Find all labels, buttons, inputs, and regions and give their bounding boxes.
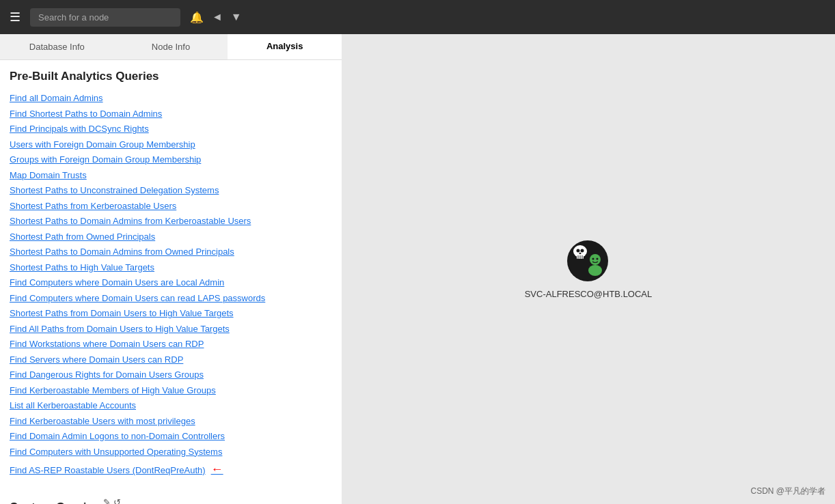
query-link-q6[interactable]: Map Domain Trusts bbox=[10, 169, 332, 182]
sidebar-content[interactable]: Pre-Built Analytics Queries Find all Dom… bbox=[0, 60, 342, 504]
section-title: Pre-Built Analytics Queries bbox=[10, 70, 332, 83]
query-list: Find all Domain AdminsFind Shortest Path… bbox=[10, 92, 332, 479]
svg-point-11 bbox=[592, 258, 594, 260]
svg-point-5 bbox=[579, 253, 581, 254]
svg-point-12 bbox=[597, 258, 599, 260]
query-link-q2[interactable]: Find Shortest Paths to Domain Admins bbox=[10, 107, 332, 121]
node-icon bbox=[566, 239, 610, 283]
top-bar: ☰ 🔔 ◄ ▼ bbox=[0, 0, 835, 34]
query-link-q24[interactable]: Find Computers with Unsupported Operatin… bbox=[10, 445, 332, 459]
watermark: CSDN @平凡的学者 bbox=[750, 486, 825, 497]
query-link-q23[interactable]: Find Domain Admin Logons to non-Domain C… bbox=[10, 430, 332, 443]
query-link-q19[interactable]: Find Dangerous Rights for Domain Users G… bbox=[10, 368, 332, 382]
tab-node[interactable]: Node Info bbox=[114, 34, 228, 59]
query-link-q14[interactable]: Find Computers where Domain Users can re… bbox=[10, 292, 332, 305]
query-link-q20[interactable]: Find Kerberoastable Members of High Valu… bbox=[10, 384, 332, 397]
query-link-q21[interactable]: List all Kerberoastable Accounts bbox=[10, 399, 332, 412]
main-layout: Database Info Node Info Analysis Pre-Bui… bbox=[0, 34, 835, 504]
filter-icon[interactable]: ▼ bbox=[231, 11, 242, 24]
query-link-q1[interactable]: Find all Domain Admins bbox=[10, 92, 332, 105]
query-link-q4[interactable]: Users with Foreign Domain Group Membersh… bbox=[10, 138, 332, 152]
query-link-q13[interactable]: Find Computers where Domain Users are Lo… bbox=[10, 276, 332, 290]
query-link-q25[interactable]: Find AS-REP Roastable Users (DontReqPreA… bbox=[10, 460, 332, 479]
node-container: SVC-ALFRESCO@HTB.LOCAL bbox=[525, 239, 653, 299]
arrow-indicator: ← bbox=[211, 462, 223, 476]
alert-icon[interactable]: 🔔 bbox=[190, 11, 204, 24]
query-link-q15[interactable]: Shortest Paths from Domain Users to High… bbox=[10, 307, 332, 320]
svg-point-9 bbox=[590, 254, 601, 265]
query-link-q18[interactable]: Find Servers where Domain Users can RDP bbox=[10, 353, 332, 367]
tab-analysis[interactable]: Analysis bbox=[228, 34, 342, 59]
query-link-q9[interactable]: Shortest Paths to Domain Admins from Ker… bbox=[10, 214, 332, 228]
hamburger-icon[interactable]: ☰ bbox=[7, 7, 23, 27]
tab-database[interactable]: Database Info bbox=[0, 34, 114, 59]
query-link-q11[interactable]: Shortest Paths to Domain Admins from Own… bbox=[10, 245, 332, 259]
query-link-q22[interactable]: Find Kerberoastable Users with most priv… bbox=[10, 415, 332, 428]
query-link-q12[interactable]: Shortest Paths to High Value Targets bbox=[10, 261, 332, 275]
top-icons: 🔔 ◄ ▼ bbox=[190, 11, 242, 24]
query-link-q7[interactable]: Shortest Paths to Unconstrained Delegati… bbox=[10, 184, 332, 197]
query-link-q5[interactable]: Groups with Foreign Domain Group Members… bbox=[10, 153, 332, 167]
custom-queries-title: Custom Queries bbox=[10, 501, 99, 504]
svg-point-10 bbox=[588, 265, 602, 276]
main-content: SVC-ALFRESCO@HTB.LOCAL CSDN @平凡的学者 bbox=[342, 34, 835, 504]
search-input[interactable] bbox=[30, 8, 180, 27]
svg-point-3 bbox=[577, 249, 580, 253]
back-icon[interactable]: ◄ bbox=[212, 11, 223, 24]
tab-bar: Database Info Node Info Analysis bbox=[0, 34, 342, 60]
query-link-q3[interactable]: Find Principals with DCSync Rights bbox=[10, 122, 332, 136]
custom-queries-edit-icons[interactable]: ✎ ↺ bbox=[103, 497, 121, 505]
query-link-q8[interactable]: Shortest Paths from Kerberoastable Users bbox=[10, 199, 332, 213]
svg-point-4 bbox=[581, 249, 584, 253]
sidebar: Database Info Node Info Analysis Pre-Bui… bbox=[0, 34, 342, 504]
node-label: SVC-ALFRESCO@HTB.LOCAL bbox=[525, 289, 653, 299]
svg-point-0 bbox=[567, 240, 608, 281]
query-link-q16[interactable]: Find All Paths from Domain Users to High… bbox=[10, 322, 332, 336]
query-link-q10[interactable]: Shortest Path from Owned Principals bbox=[10, 230, 332, 244]
query-link-q17[interactable]: Find Workstations where Domain Users can… bbox=[10, 337, 332, 351]
